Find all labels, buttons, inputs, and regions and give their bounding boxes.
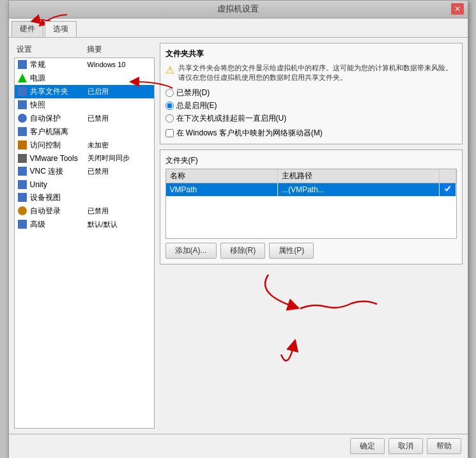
vmware-tools-icon (17, 153, 27, 164)
main-window: 虚拟机设置 ✕ 硬件 选项 设置 摘要 常规 (8, 0, 468, 458)
folder-section: 文件夹(F) 名称 主机路径 VMPath (160, 149, 463, 264)
guest-label: 客户机隔离 (30, 126, 88, 137)
general-icon (17, 59, 27, 70)
window-title: 虚拟机设置 (26, 3, 451, 15)
device-icon (17, 192, 27, 202)
cancel-button[interactable]: 取消 (388, 438, 423, 454)
vmware-tools-summary: 关闭时间同步 (88, 153, 151, 163)
unity-icon (17, 179, 27, 190)
radio-disabled-input[interactable] (165, 89, 174, 97)
warning-text: 共享文件夹会将您的文件显示给虚拟机中的程序。这可能为您的计算机和数据带来风险。请… (178, 63, 457, 83)
folder-enabled-cell (439, 183, 456, 197)
sidebar-item-unity[interactable]: Unity (15, 178, 154, 191)
close-button[interactable]: ✕ (451, 3, 464, 15)
folder-buttons: 添加(A)... 移除(R) 属性(P) (165, 243, 457, 259)
properties-button[interactable]: 属性(P) (269, 243, 314, 259)
sidebar-item-general[interactable]: 常规 Windows 10 (15, 58, 154, 72)
ok-button[interactable]: 确定 (350, 438, 385, 454)
advanced-label: 高级 (30, 219, 88, 230)
radio-always-label: 总是启用(E) (176, 100, 217, 111)
remove-button[interactable]: 移除(R) (220, 243, 266, 259)
folder-row[interactable]: VMPath ...(VMPath... (166, 183, 456, 197)
vnc-label: VNC 连接 (30, 166, 88, 177)
left-panel: 设置 摘要 常规 Windows 10 电源 共享文件夹 已启用 (14, 43, 155, 429)
vnc-summary: 已禁用 (88, 167, 151, 176)
advanced-icon (17, 219, 27, 229)
snapshot-icon (17, 100, 27, 110)
shared-folders-icon (17, 86, 27, 96)
sidebar-item-advanced[interactable]: 高级 默认/默认 (15, 218, 154, 231)
bottom-bar: 确定 取消 帮助 (9, 434, 468, 458)
sidebar-item-autologin[interactable]: 自动登录 已禁用 (15, 204, 154, 218)
unity-label: Unity (30, 180, 88, 189)
sidebar-item-access[interactable]: 访问控制 未加密 (15, 139, 154, 152)
power-icon (17, 73, 27, 83)
folder-section-label: 文件夹(F) (165, 155, 457, 166)
radio-disabled[interactable]: 已禁用(D) (165, 88, 457, 98)
folder-table: 名称 主机路径 VMPath ...(VMPath... (166, 169, 456, 196)
col-name-header: 名称 (166, 169, 278, 183)
advanced-summary: 默认/默认 (88, 220, 151, 229)
device-label: 设备视图 (30, 192, 88, 203)
sidebar-item-vnc[interactable]: VNC 连接 已禁用 (15, 165, 154, 178)
general-label: 常规 (30, 59, 88, 70)
radio-always-input[interactable] (165, 102, 174, 110)
folder-enabled-checkbox[interactable] (443, 185, 452, 193)
shared-folders-summary: 已启用 (88, 87, 151, 96)
vnc-icon (17, 166, 27, 176)
main-content: 设置 摘要 常规 Windows 10 电源 共享文件夹 已启用 (9, 38, 468, 434)
snapshot-label: 快照 (30, 100, 88, 111)
file-sharing-section: 文件夹共享 ⚠ 共享文件夹会将您的文件显示给虚拟机中的程序。这可能为您的计算机和… (160, 43, 463, 145)
folder-table-header: 名称 主机路径 (166, 169, 456, 183)
col-host-path-header: 主机路径 (277, 169, 439, 183)
tab-options[interactable]: 选项 (45, 21, 77, 37)
guest-icon (17, 126, 27, 137)
sidebar-item-device[interactable]: 设备视图 (15, 191, 154, 204)
tab-bar: 硬件 选项 (9, 19, 468, 38)
sidebar-item-snapshot[interactable]: 快照 (15, 98, 154, 112)
autologin-icon (17, 206, 27, 216)
help-button[interactable]: 帮助 (427, 438, 461, 454)
file-sharing-title: 文件夹共享 (165, 49, 457, 59)
map-drive-label: 在 Windows 客户机中映射为网络驱动器(M) (176, 128, 323, 139)
autoprotect-label: 自动保护 (30, 113, 88, 124)
shared-folders-label: 共享文件夹 (30, 86, 88, 97)
col-summary-label: 摘要 (87, 44, 152, 55)
sidebar-item-power[interactable]: 电源 (15, 72, 154, 85)
radio-always[interactable]: 总是启用(E) (165, 100, 457, 111)
general-summary: Windows 10 (88, 61, 151, 68)
autoprotect-icon (17, 113, 27, 123)
map-drive-checkbox[interactable] (165, 129, 174, 137)
title-bar: 虚拟机设置 ✕ (9, 1, 468, 19)
sidebar-item-vmware-tools[interactable]: VMware Tools 关闭时间同步 (15, 152, 154, 165)
access-label: 访问控制 (30, 140, 88, 151)
col-settings-label: 设置 (17, 44, 87, 55)
radio-group: 已禁用(D) 总是启用(E) 在下次关机或挂起前一直启用(U) (165, 88, 457, 124)
folder-table-container: 名称 主机路径 VMPath ...(VMPath... (165, 169, 457, 239)
autoprotect-summary: 已禁用 (88, 114, 151, 123)
sidebar-item-guest[interactable]: 客户机隔离 (15, 125, 154, 139)
autologin-summary: 已禁用 (88, 206, 151, 216)
autologin-label: 自动登录 (30, 206, 88, 217)
warning-icon: ⚠ (165, 63, 174, 83)
right-panel: 文件夹共享 ⚠ 共享文件夹会将您的文件显示给虚拟机中的程序。这可能为您的计算机和… (160, 43, 463, 429)
radio-next-shutdown-input[interactable] (165, 114, 174, 123)
tab-hardware[interactable]: 硬件 (12, 21, 43, 37)
col-enabled-header (439, 169, 456, 183)
warning-box: ⚠ 共享文件夹会将您的文件显示给虚拟机中的程序。这可能为您的计算机和数据带来风险… (165, 63, 457, 83)
vmware-tools-label: VMware Tools (30, 154, 88, 163)
access-summary: 未加密 (88, 141, 151, 150)
settings-header: 设置 摘要 (14, 43, 155, 56)
power-label: 电源 (30, 73, 88, 84)
settings-list: 常规 Windows 10 电源 共享文件夹 已启用 快照 (14, 57, 155, 429)
access-icon (17, 140, 27, 150)
folder-name: VMPath (166, 183, 278, 197)
map-drive-checkbox-row[interactable]: 在 Windows 客户机中映射为网络驱动器(M) (165, 128, 457, 139)
radio-next-shutdown[interactable]: 在下次关机或挂起前一直启用(U) (165, 113, 457, 124)
add-button[interactable]: 添加(A)... (165, 243, 217, 259)
radio-disabled-label: 已禁用(D) (176, 88, 210, 98)
radio-next-shutdown-label: 在下次关机或挂起前一直启用(U) (176, 113, 287, 124)
sidebar-item-autoprotect[interactable]: 自动保护 已禁用 (15, 112, 154, 125)
sidebar-item-shared-folders[interactable]: 共享文件夹 已启用 (15, 85, 154, 98)
folder-host-path: ...(VMPath... (277, 183, 439, 197)
